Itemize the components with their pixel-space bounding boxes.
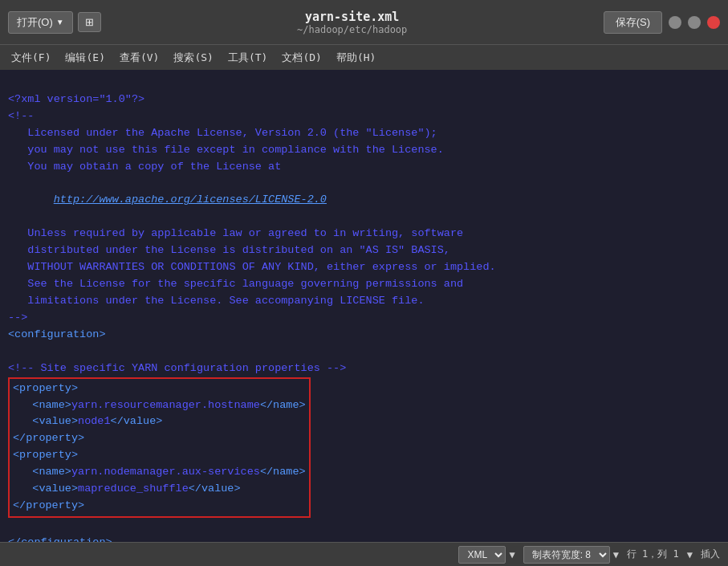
menubar: 文件(F)编辑(E)查看(V)搜索(S)工具(T)文档(D)帮助(H) [0,44,728,70]
open-button[interactable]: 打开(O) ▼ [8,11,73,34]
format-selector[interactable]: XML ▼ [458,546,514,564]
position-label: 行 1，列 1 [627,548,679,561]
position-display: 行 1，列 1 [627,548,679,561]
recent-files-button[interactable]: ⊞ [78,12,101,32]
window-filepath: ~/hadoop/etc/hadoop [297,24,407,35]
code-tail: </configuration> [8,518,720,542]
format-dropdown[interactable]: XML [458,546,506,564]
titlebar-right: 保存(S) [604,11,720,34]
statusbar: XML ▼ 制表符宽度: 8 ▼ 行 1，列 1 ▼ 插入 [0,542,728,566]
insert-label: 插入 [701,548,720,561]
recent-icon: ⊞ [85,16,94,28]
highlighted-block: <property> <name>yarn.resourcemanager.ho… [8,377,311,518]
indent-selector[interactable]: 制表符宽度: 8 ▼ [523,546,619,564]
dropdown-arrow-icon: ▼ [509,549,514,560]
insert-mode: 插入 [701,548,720,561]
close-button[interactable] [707,16,720,29]
menu-item-搜索S[interactable]: 搜索(S) [167,48,219,67]
indent-arrow-icon: ▼ [613,549,619,560]
open-label: 打开(O) [17,15,53,30]
titlebar-left: 打开(O) ▼ ⊞ [8,11,101,34]
window-filename: yarn-site.xml [297,10,407,24]
titlebar-center: yarn-site.xml ~/hadoop/etc/hadoop [297,10,407,35]
menu-item-文档D[interactable]: 文档(D) [275,48,327,67]
code-content: <?xml version="1.0"?> <!-- Licensed unde… [8,75,720,377]
minimize-button[interactable] [669,16,681,29]
menu-item-文件F[interactable]: 文件(F) [5,48,57,67]
position-arrow[interactable]: ▼ [687,549,693,560]
maximize-button[interactable] [688,16,701,29]
menu-item-查看V[interactable]: 查看(V) [113,48,165,67]
save-button[interactable]: 保存(S) [604,11,662,34]
menu-item-帮助H[interactable]: 帮助(H) [330,48,382,67]
menu-item-工具T[interactable]: 工具(T) [222,48,274,67]
highlighted-code: <property> <name>yarn.resourcemanager.ho… [10,381,309,515]
menu-item-编辑E[interactable]: 编辑(E) [59,48,111,67]
pos-arrow-icon: ▼ [687,549,693,560]
titlebar: 打开(O) ▼ ⊞ yarn-site.xml ~/hadoop/etc/had… [0,0,728,44]
indent-dropdown[interactable]: 制表符宽度: 8 [523,546,610,564]
open-arrow-icon: ▼ [56,18,64,26]
editor-area[interactable]: <?xml version="1.0"?> <!-- Licensed unde… [0,70,728,542]
